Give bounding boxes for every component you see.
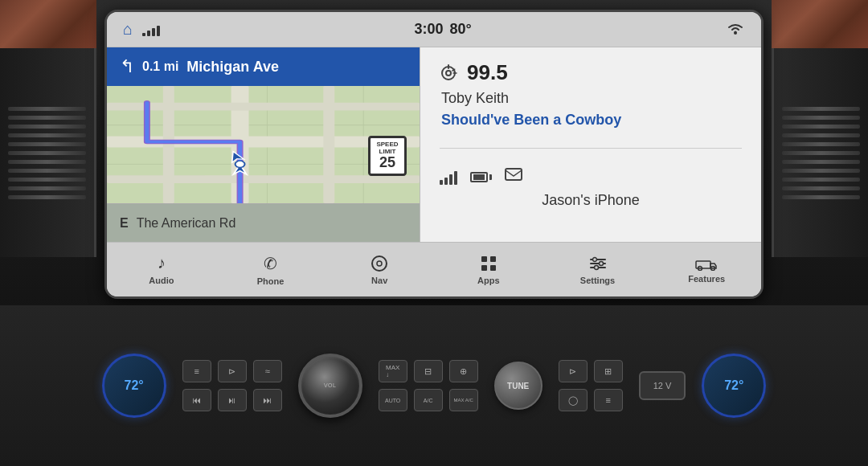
next-track[interactable]: ⏭: [253, 389, 282, 411]
speed-limit-value: 25: [372, 155, 403, 170]
fan-symbol[interactable]: ⊕: [449, 360, 478, 382]
svg-rect-21: [506, 169, 522, 180]
status-bar: ⌂ 3:00 80°: [107, 12, 761, 47]
vent-slat: [8, 160, 86, 164]
right-btn-4[interactable]: ≡: [594, 389, 623, 411]
map-panel[interactable]: ↰ 0.1 mi Michigan Ave: [107, 47, 420, 242]
vent-slat: [8, 116, 86, 120]
vent-slat: [8, 151, 86, 155]
apps-label: Apps: [477, 276, 500, 285]
home-icon[interactable]: ⌂: [123, 20, 133, 39]
phone-label: Phone: [257, 276, 285, 286]
center-row-1: MAX↓ ⊟ ⊕: [379, 360, 478, 382]
vent-slat: [782, 160, 860, 164]
section-divider: [440, 148, 742, 149]
nav-features[interactable]: Features: [652, 243, 761, 296]
main-content: ↰ 0.1 mi Michigan Ave: [107, 47, 761, 242]
nav-label: Nav: [371, 276, 387, 285]
rear-defrost[interactable]: ⊟: [414, 360, 443, 382]
prev-track[interactable]: ⏮: [182, 389, 211, 411]
right-temp-display: 72°: [724, 378, 743, 393]
left-temp-knob[interactable]: 72°: [102, 354, 166, 418]
center-button-group: MAX↓ ⊟ ⊕ AUTO A/C MAX A/C: [379, 360, 478, 411]
bottom-dashboard-controls: 72° ≡ ⊳ ≈ ⏮ ⏯ ⏭ VOL MAX↓ ⊟ ⊕ AUTO A/C MA…: [0, 305, 868, 466]
right-temp-knob[interactable]: 72°: [702, 354, 766, 418]
audio-label: Audio: [149, 276, 174, 285]
wifi-icon: [726, 19, 745, 35]
vent-slat: [782, 178, 860, 182]
vent-slat: [782, 125, 860, 129]
right-btn-1[interactable]: ⊳: [559, 360, 588, 382]
nav-icon-svg: [371, 255, 388, 272]
right-temp-control[interactable]: 72°: [702, 354, 766, 418]
street-name-display: Michigan Ave: [186, 59, 279, 76]
volume-knob[interactable]: VOL: [298, 354, 362, 418]
left-button-group: ≡ ⊳ ≈ ⏮ ⏯ ⏭: [182, 360, 282, 411]
phone-signal-icon: [440, 169, 457, 185]
nav-settings[interactable]: Settings: [543, 243, 653, 296]
vent-slat: [8, 142, 86, 146]
signal-bar-1: [142, 33, 145, 36]
nav-phone[interactable]: ✆ Phone: [216, 243, 326, 296]
phone-status-icons: [440, 168, 742, 186]
volume-control[interactable]: VOL: [298, 354, 362, 418]
status-left: ⌂: [123, 20, 160, 39]
wood-trim-right: [772, 0, 868, 52]
compass-direction: E: [120, 216, 129, 231]
vent-slat: [782, 133, 860, 137]
tune-knob[interactable]: TUNE: [494, 362, 542, 410]
vent-slat: [8, 178, 86, 182]
ac-btn[interactable]: A/C: [414, 389, 443, 411]
wood-trim-left: [0, 0, 96, 52]
left-temp-control[interactable]: 72°: [102, 354, 166, 418]
vent-slat: [8, 107, 86, 111]
left-vent: [0, 48, 96, 257]
svg-rect-12: [323, 86, 334, 203]
vent-slat: [782, 169, 860, 173]
svg-point-23: [377, 261, 382, 266]
svg-point-22: [372, 256, 387, 271]
svg-point-31: [592, 257, 596, 261]
vent-slat: [8, 125, 86, 129]
phone-section[interactable]: Jason's iPhone: [440, 168, 742, 209]
phone-message-icon: [505, 168, 522, 186]
phone-device-name: Jason's iPhone: [440, 192, 742, 209]
left-button-row-1: ≡ ⊳ ≈: [182, 360, 282, 382]
right-btn-2[interactable]: ⊞: [594, 360, 623, 382]
vent-slat: [8, 195, 86, 199]
auto-btn[interactable]: AUTO: [379, 389, 407, 411]
nav-navigation[interactable]: Nav: [325, 243, 434, 296]
svg-rect-27: [490, 265, 496, 271]
vent-slat: [782, 107, 860, 111]
ac-toggle[interactable]: ≈: [253, 360, 282, 382]
radio-icon: [440, 64, 457, 82]
radio-section[interactable]: 99.5 Toby Keith Should've Been a Cowboy: [440, 60, 742, 129]
svg-point-0: [734, 31, 737, 35]
nav-audio[interactable]: ♪ Audio: [107, 243, 216, 296]
radio-song-title: Should've Been a Cowboy: [440, 112, 742, 129]
right-button-group: ⊳ ⊞ ◯ ≡: [559, 360, 623, 411]
radio-artist: Toby Keith: [440, 90, 742, 107]
max-ac-btn[interactable]: MAX A/C: [449, 389, 478, 411]
tune-control[interactable]: TUNE: [494, 362, 542, 410]
vent-button[interactable]: ≡: [182, 360, 211, 382]
features-label: Features: [688, 274, 725, 284]
status-center: 3:00 80°: [414, 21, 471, 38]
right-btn-3[interactable]: ◯: [559, 389, 588, 411]
vent-slat: [782, 151, 860, 155]
nav-apps[interactable]: Apps: [434, 243, 543, 296]
turn-direction-icon: ↰: [120, 56, 134, 77]
play-pause[interactable]: ⏯: [218, 389, 247, 411]
phone-icon: ✆: [264, 254, 277, 273]
phone-battery-icon: [470, 172, 492, 182]
vent-slat: [8, 133, 86, 137]
svg-rect-9: [107, 103, 420, 111]
radio-frequency: 99.5: [467, 60, 508, 85]
vent-slat: [8, 169, 86, 173]
screen-content: ⌂ 3:00 80°: [107, 12, 761, 296]
defrost-button[interactable]: ⊳: [218, 360, 247, 382]
fan-down[interactable]: MAX↓: [379, 360, 407, 382]
status-right: [726, 19, 745, 39]
tune-label: TUNE: [507, 382, 529, 390]
apps-icon: [480, 255, 497, 272]
